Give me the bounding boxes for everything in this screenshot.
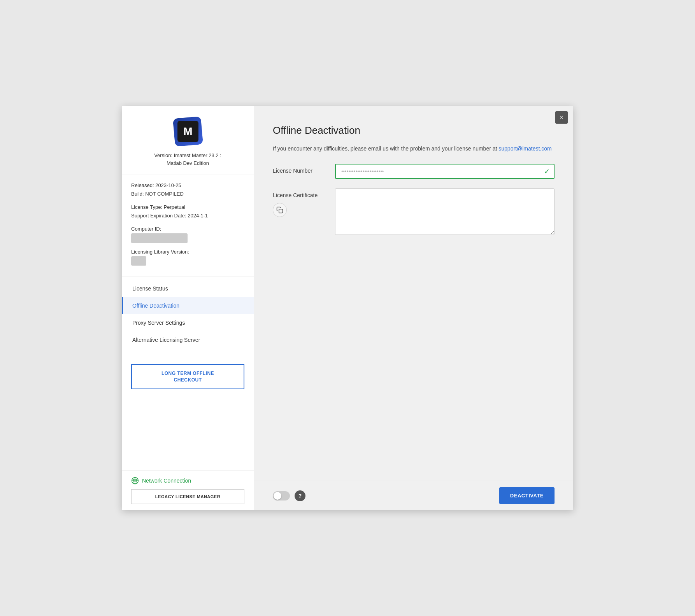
license-certificate-label: License Certificate [273,188,318,198]
library-version-section: Licensing Library Version: 1.0.0 [131,248,244,266]
sidebar-item-license-status[interactable]: License Status [122,280,254,297]
sidebar-header: M Version: Imatest Master 23.2 : Matlab … [122,106,254,175]
deactivate-button[interactable]: DEACTIVATE [499,487,555,504]
copy-icon [276,206,283,214]
sidebar-item-alternative-licensing[interactable]: Alternative Licensing Server [122,331,254,348]
long-term-button-section: LONG TERM OFFLINECHECKOUT [122,358,254,396]
license-certificate-row: License Certificate [273,188,555,235]
main-content: × Offline Deactivation If you encounter … [254,106,573,510]
sidebar-nav: License Status Offline Deactivation Prox… [122,277,254,358]
license-number-label: License Number [273,164,335,174]
network-connection-indicator[interactable]: Network Connection [131,477,244,485]
footer-left: ? [273,490,305,501]
license-number-row: License Number ✓ [273,164,555,179]
license-number-input[interactable] [335,164,555,179]
sidebar: M Version: Imatest Master 23.2 : Matlab … [122,106,254,510]
support-email-link[interactable]: support@imatest.com [498,145,551,152]
release-info: Released: 2023-10-25 Build: NOT COMPILED [131,181,244,198]
app-window: M Version: Imatest Master 23.2 : Matlab … [122,106,573,510]
app-logo: M [172,116,203,147]
long-term-offline-checkout-button[interactable]: LONG TERM OFFLINECHECKOUT [131,364,244,390]
svg-rect-2 [279,209,283,213]
network-icon [131,477,139,485]
close-button[interactable]: × [555,111,568,124]
content-footer: ? DEACTIVATE [254,481,573,510]
app-logo-letter: M [183,125,192,138]
valid-check-icon: ✓ [544,167,550,176]
page-title: Offline Deactivation [273,124,555,136]
toggle-switch[interactable] [273,491,290,500]
license-input-wrapper: ✓ [335,164,555,179]
toggle-knob [274,492,281,500]
computer-id-value: a1b2c3d4e5f6a7b8c9d0 [131,233,188,243]
legacy-license-manager-button[interactable]: LEGACY LICENSE MANAGER [131,489,244,504]
sidebar-item-offline-deactivation[interactable]: Offline Deactivation [122,297,254,314]
library-version-value: 1.0.0 [131,256,146,266]
sidebar-info: Released: 2023-10-25 Build: NOT COMPILED… [122,175,254,277]
license-number-field: ✓ [335,164,555,179]
computer-id-section: Computer ID: a1b2c3d4e5f6a7b8c9d0 [131,225,244,243]
license-certificate-textarea[interactable] [335,188,555,235]
content-area: Offline Deactivation If you encounter an… [254,106,573,481]
app-version: Version: Imatest Master 23.2 : Matlab De… [154,152,221,167]
copy-certificate-button[interactable] [273,203,287,217]
intro-text: If you encounter any difficulties, pleas… [273,144,553,153]
app-logo-inner: M [177,121,198,142]
sidebar-item-proxy-server[interactable]: Proxy Server Settings [122,314,254,331]
sidebar-bottom: Network Connection LEGACY LICENSE MANAGE… [122,470,254,510]
cert-label-area: License Certificate [273,188,335,217]
help-button[interactable]: ? [295,490,305,501]
license-info: License Type: Perpetual Support Expirati… [131,203,244,220]
